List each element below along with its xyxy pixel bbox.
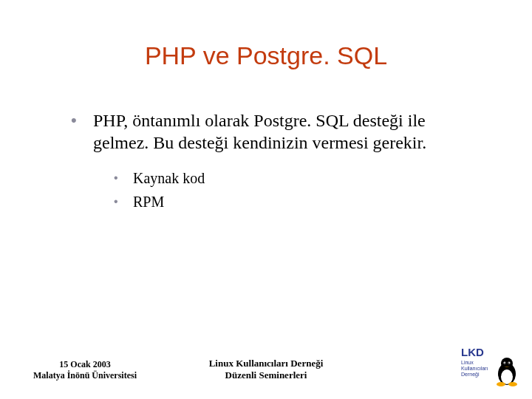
tux-icon bbox=[497, 358, 517, 386]
logo-text-sub2: Kullanıcıları bbox=[461, 366, 488, 371]
footer-left: 15 Ocak 2003 Malatya İnönü Üniversitesi bbox=[22, 359, 148, 381]
content-body: • PHP, öntanımlı olarak Postgre. SQL des… bbox=[68, 109, 482, 216]
bullet-icon: • bbox=[68, 109, 93, 132]
sub-bullet-item: • RPM bbox=[114, 192, 482, 211]
sub-bullet-text: RPM bbox=[133, 192, 164, 211]
bullet-item: • PHP, öntanımlı olarak Postgre. SQL des… bbox=[68, 109, 482, 154]
lkd-logo-svg: LKD Linux Kullanıcıları Derneği bbox=[460, 344, 519, 389]
svg-point-5 bbox=[505, 363, 505, 364]
svg-point-8 bbox=[508, 382, 517, 386]
lkd-logo: LKD Linux Kullanıcıları Derneği bbox=[460, 344, 519, 389]
logo-text-sub1: Linux bbox=[461, 360, 474, 365]
bullet-icon: • bbox=[114, 192, 133, 211]
sub-bullet-list: • Kaynak kod • RPM bbox=[114, 168, 482, 211]
logo-text-lkd: LKD bbox=[461, 346, 484, 358]
footer-org: Linux Kullanıcıları Derneği bbox=[185, 358, 347, 369]
bullet-text: PHP, öntanımlı olarak Postgre. SQL deste… bbox=[93, 109, 482, 154]
svg-point-7 bbox=[497, 382, 505, 386]
slide-title: PHP ve Postgre. SQL bbox=[0, 41, 532, 70]
footer-center: Linux Kullanıcıları Derneği Düzenli Semi… bbox=[185, 358, 347, 381]
svg-point-1 bbox=[501, 369, 513, 384]
svg-point-2 bbox=[501, 358, 513, 369]
slide: PHP ve Postgre. SQL • PHP, öntanımlı ola… bbox=[0, 0, 532, 399]
footer-date: 15 Ocak 2003 bbox=[22, 359, 148, 370]
logo-text-sub3: Derneği bbox=[461, 372, 480, 378]
svg-point-6 bbox=[508, 363, 509, 364]
footer-location: Malatya İnönü Üniversitesi bbox=[22, 370, 148, 381]
bullet-icon: • bbox=[114, 168, 133, 188]
sub-bullet-text: Kaynak kod bbox=[133, 168, 205, 188]
sub-bullet-item: • Kaynak kod bbox=[114, 168, 482, 188]
footer-series: Düzenli Seminerleri bbox=[185, 369, 347, 381]
